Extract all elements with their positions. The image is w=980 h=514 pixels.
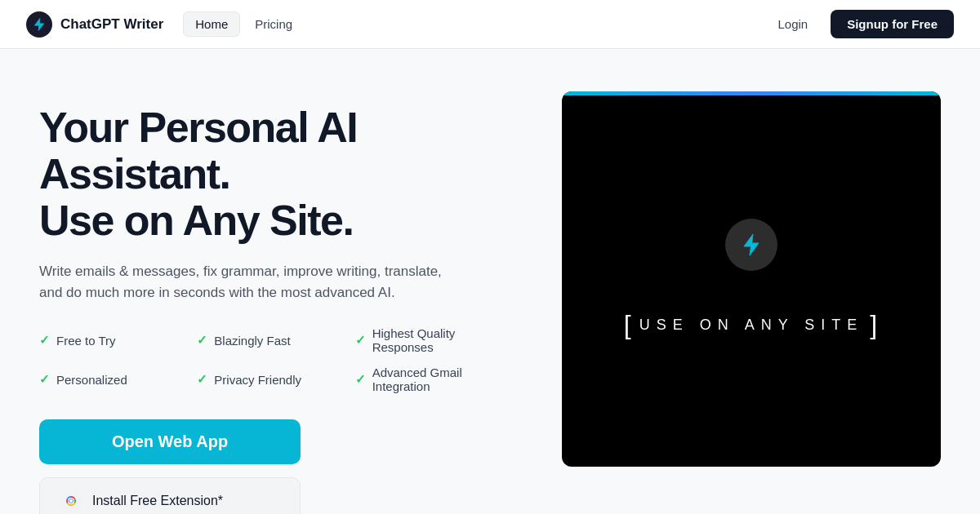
feature-label-2: Blazingly Fast: [214, 334, 290, 348]
headline: Your Personal AI Assistant. Use on Any S…: [39, 104, 513, 245]
video-panel: [ USE ON ANY SITE ]: [562, 91, 941, 467]
check-icon-3: ✓: [355, 333, 366, 348]
bracket-right: ]: [870, 310, 879, 340]
video-use-on-any-site-text: [ USE ON ANY SITE ]: [624, 310, 880, 340]
nav-link-pricing[interactable]: Pricing: [243, 12, 304, 36]
subtext: Write emails & messages, fix grammar, im…: [39, 261, 464, 304]
open-web-app-button[interactable]: Open Web App: [39, 419, 301, 464]
check-icon-1: ✓: [39, 333, 50, 348]
lightning-icon: [738, 232, 764, 258]
feature-privacy-friendly: ✓ Privacy Friendly: [197, 366, 354, 393]
check-icon-2: ✓: [197, 333, 207, 348]
check-icon-6: ✓: [355, 372, 366, 387]
check-icon-5: ✓: [197, 372, 207, 387]
chrome-icon: [60, 490, 82, 512]
features-grid: ✓ Free to Try ✓ Blazingly Fast ✓ Highest…: [39, 326, 513, 393]
navbar: ChatGPT Writer Home Pricing Login Signup…: [0, 0, 980, 49]
left-panel: Your Personal AI Assistant. Use on Any S…: [39, 98, 513, 514]
bracket-left: [: [624, 310, 633, 340]
svg-point-4: [69, 499, 73, 503]
headline-line2: Use on Any Site.: [39, 197, 353, 244]
video-inner-text: USE ON ANY SITE: [633, 317, 871, 334]
feature-free-to-try: ✓ Free to Try: [39, 326, 197, 354]
nav-links: Home Pricing: [183, 11, 304, 37]
feature-blazingly-fast: ✓ Blazingly Fast: [197, 326, 354, 354]
navbar-right: Login Signup for Free: [768, 10, 954, 38]
lightning-brand-icon: [32, 17, 47, 32]
main-content: Your Personal AI Assistant. Use on Any S…: [0, 49, 980, 514]
feature-label-4: Personalized: [56, 373, 127, 387]
brand: ChatGPT Writer: [26, 11, 163, 38]
feature-gmail-integration: ✓ Advanced Gmail Integration: [355, 366, 513, 393]
feature-highest-quality: ✓ Highest Quality Responses: [355, 326, 513, 354]
feature-label-3: Highest Quality Responses: [372, 326, 513, 354]
install-extension-button[interactable]: Install Free Extension*: [39, 477, 301, 514]
feature-personalized: ✓ Personalized: [39, 366, 197, 393]
brand-name: ChatGPT Writer: [60, 16, 163, 33]
feature-label-5: Privacy Friendly: [214, 373, 301, 387]
signup-button[interactable]: Signup for Free: [831, 10, 954, 38]
login-button[interactable]: Login: [768, 12, 817, 36]
navbar-left: ChatGPT Writer Home Pricing: [26, 11, 304, 38]
feature-label-1: Free to Try: [56, 334, 116, 348]
feature-label-6: Advanced Gmail Integration: [372, 366, 513, 393]
video-top-bar: [562, 91, 941, 95]
install-extension-label: Install Free Extension*: [92, 494, 223, 508]
brand-icon: [26, 11, 52, 38]
headline-line1: Your Personal AI Assistant.: [39, 104, 357, 197]
nav-link-home[interactable]: Home: [183, 11, 240, 37]
video-lightning-icon: [725, 219, 777, 271]
check-icon-4: ✓: [39, 372, 50, 387]
